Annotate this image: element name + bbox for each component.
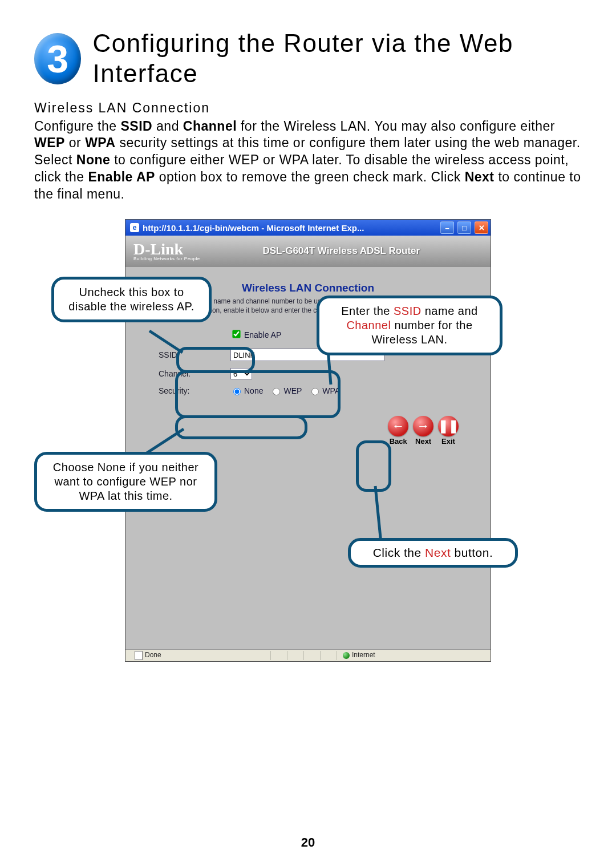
security-label: Security:	[139, 386, 230, 395]
security-none[interactable]: None	[230, 386, 263, 395]
exit-icon: ❚❚	[438, 416, 459, 436]
arrow-right-icon: →	[413, 416, 433, 436]
brand-tagline: Building Networks for People	[133, 256, 200, 261]
brand-logo: D-Link	[133, 240, 183, 258]
channel-select[interactable]: 6	[230, 368, 252, 379]
next-button[interactable]: → Next	[413, 416, 433, 446]
document-page: 3 Configuring the Router via the Web Int…	[0, 0, 616, 866]
close-button[interactable]: ✕	[475, 221, 488, 234]
intro-paragraph: Configure the SSID and Channel for the W…	[34, 118, 582, 203]
security-row: Security: None WEP WPA	[139, 386, 477, 395]
status-zone: Internet	[352, 651, 375, 659]
channel-label: Channel:	[139, 369, 230, 378]
step-header: 3 Configuring the Router via the Web Int…	[34, 29, 582, 89]
status-bar: Done Internet	[125, 649, 491, 661]
minimize-button[interactable]: –	[440, 221, 454, 234]
window-title: http://10.1.1.1/cgi-bin/webcm - Microsof…	[143, 223, 364, 233]
security-wpa[interactable]: WPA	[309, 386, 340, 395]
window-titlebar: e http://10.1.1.1/cgi-bin/webcm - Micros…	[125, 220, 491, 236]
status-done: Done	[145, 651, 161, 659]
enable-ap-label: Enable AP	[244, 330, 281, 339]
back-button[interactable]: ← Back	[388, 416, 408, 446]
page-number: 20	[0, 835, 616, 850]
ssid-label: SSID:	[139, 350, 230, 359]
enable-ap-checkbox[interactable]	[232, 330, 240, 338]
subheading: Wireless LAN Connection	[34, 100, 582, 116]
internet-zone-icon	[343, 652, 350, 659]
brand-bar: D-Link Building Networks for People DSL-…	[125, 236, 491, 267]
channel-row: Channel: 6	[139, 368, 477, 379]
maximize-button[interactable]: □	[457, 221, 471, 234]
wizard-nav: ← Back → Next ❚❚ Exit	[139, 416, 477, 446]
ie-icon: e	[130, 223, 139, 232]
step-number-badge: 3	[34, 33, 81, 84]
callout-ssid: Enter the SSID name and Channel number f…	[317, 296, 502, 355]
callout-none: Choose None if you neither want to confi…	[34, 452, 217, 512]
security-wep[interactable]: WEP	[270, 386, 302, 395]
arrow-left-icon: ←	[388, 416, 408, 436]
callout-uncheck: Uncheck this box to disable the wireless…	[51, 277, 212, 322]
router-model: DSL-G604T Wireless ADSL Router	[200, 245, 483, 257]
step-title: Configuring the Router via the Web Inter…	[92, 29, 582, 89]
callout-next: Click the Next button.	[348, 538, 518, 568]
page-icon	[135, 651, 143, 660]
exit-button[interactable]: ❚❚ Exit	[438, 416, 459, 446]
